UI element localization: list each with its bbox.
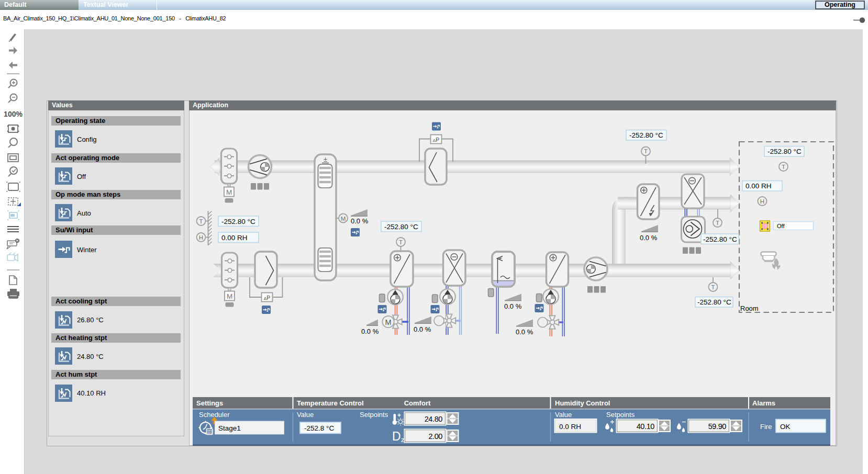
svg-text:Humidity Control: Humidity Control	[555, 399, 610, 407]
svg-text:0.0 %: 0.0 %	[640, 234, 658, 242]
svg-text:0.0 %: 0.0 %	[516, 328, 533, 336]
svg-text:M: M	[385, 318, 391, 326]
svg-text:-252.80 °C: -252.80 °C	[384, 223, 418, 231]
svg-text:±: ±	[324, 155, 327, 163]
svg-text:-252.80 °C: -252.80 °C	[221, 218, 255, 225]
svg-text:Fire: Fire	[760, 423, 772, 431]
svg-text:0.0 RH: 0.0 RH	[559, 423, 581, 431]
svg-text:0.0 %: 0.0 %	[351, 217, 369, 225]
svg-text:Setpoints: Setpoints	[360, 411, 388, 419]
svg-text:-252.80 °C: -252.80 °C	[767, 148, 802, 155]
svg-text:0.0 %: 0.0 %	[414, 325, 431, 333]
svg-text:Setpoints: Setpoints	[606, 411, 635, 419]
svg-text:Temperature Control: Temperature Control	[297, 399, 364, 407]
svg-text:40.10: 40.10	[637, 422, 655, 431]
svg-text:Value: Value	[297, 411, 314, 419]
svg-text:Alarms: Alarms	[752, 399, 775, 407]
svg-text:Settings: Settings	[196, 399, 223, 407]
svg-text:M: M	[226, 188, 232, 196]
svg-text:M: M	[227, 292, 232, 300]
svg-text:OK: OK	[780, 423, 791, 431]
svg-text:0.0 %: 0.0 %	[361, 328, 379, 335]
svg-text:Stage1: Stage1	[218, 424, 241, 432]
svg-text:2.00: 2.00	[428, 432, 442, 441]
svg-text:24.80: 24.80	[425, 415, 443, 423]
svg-text:100%: 100%	[4, 110, 23, 118]
svg-text:59.90: 59.90	[708, 422, 727, 431]
svg-text:-252.80 °C: -252.80 °C	[629, 131, 663, 139]
svg-text:Off: Off	[777, 223, 785, 229]
svg-text:0.0 %: 0.0 %	[504, 302, 522, 310]
svg-text:Comfort: Comfort	[404, 399, 431, 407]
svg-text:0.00 RH: 0.00 RH	[221, 234, 248, 242]
svg-text:Value: Value	[555, 411, 572, 419]
svg-text:-252.80 °C: -252.80 °C	[703, 235, 737, 243]
svg-text:-252.80 °C: -252.80 °C	[697, 298, 731, 306]
svg-text:-252.8 °C: -252.8 °C	[304, 424, 334, 432]
svg-text:M: M	[341, 216, 346, 222]
svg-text:0.00 RH: 0.00 RH	[745, 182, 772, 190]
svg-text:Room: Room	[740, 304, 759, 312]
